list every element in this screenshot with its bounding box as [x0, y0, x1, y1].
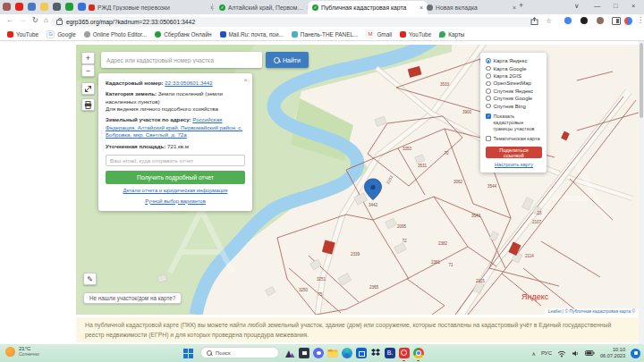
bookmark-youtube[interactable]: YouTube — [7, 31, 38, 38]
pinned-tab[interactable] — [28, 3, 36, 11]
bookmark-google[interactable]: GGoogle — [47, 30, 76, 38]
parcel-number: 72 — [402, 239, 407, 243]
tab-rzd[interactable]: РЖД Грузовые перевозки × — [84, 1, 218, 14]
zoom-in-button[interactable]: + — [81, 52, 95, 64]
minimize-icon[interactable]: — — [594, 2, 601, 10]
map-search-button[interactable]: Найти — [266, 52, 309, 68]
radio-icon[interactable] — [486, 96, 491, 101]
print-button[interactable] — [81, 98, 95, 111]
cadastral-borders-checkbox-row[interactable]: Показать кадастровые границы участков — [486, 114, 542, 132]
bookmark-sberbank[interactable]: Сбербанк Онлайн — [155, 31, 211, 38]
pinned-tab[interactable] — [65, 3, 73, 11]
profile-avatar[interactable] — [624, 17, 632, 25]
radio-icon[interactable] — [486, 73, 491, 79]
layer-option-osm[interactable]: OpenStreetMap — [486, 80, 542, 87]
bookmark-gmail[interactable]: MGmail — [366, 30, 392, 38]
radio-icon[interactable] — [486, 104, 491, 109]
start-button[interactable] — [183, 349, 193, 358]
parcel-number: 3442 — [369, 203, 378, 207]
manual-select-link[interactable]: Ручной выбор вариантов — [106, 198, 245, 206]
weather-widget[interactable]: 21°C Солнечно — [5, 346, 39, 358]
configure-map-link[interactable]: Настроить карту — [486, 162, 542, 167]
volume-icon[interactable] — [572, 349, 580, 358]
extension-icon-blue[interactable] — [564, 17, 572, 24]
cadastral-number-link[interactable]: 22:33:050601:3442 — [165, 80, 212, 86]
zoom-out-button[interactable]: − — [81, 64, 95, 77]
record-app-icon[interactable] — [399, 348, 410, 358]
layer-option-bing-sat[interactable]: Спутник Bing — [486, 102, 542, 109]
wifi-icon[interactable] — [557, 349, 566, 358]
checkbox-checked-icon[interactable] — [486, 114, 491, 119]
home-icon[interactable]: ⌂ — [44, 16, 48, 24]
pinned-tab[interactable] — [40, 3, 48, 11]
forward-icon[interactable]: → — [19, 16, 26, 24]
pinned-tabs[interactable] — [3, 3, 86, 11]
new-tab-button[interactable]: + — [519, 1, 523, 10]
bookmark-star-icon[interactable]: ☆ — [546, 17, 552, 25]
side-panel-icon[interactable] — [612, 17, 621, 25]
tab-altai[interactable]: Алтайский край, Первомайск... × — [215, 1, 315, 14]
pinned-tab[interactable] — [53, 3, 61, 11]
bookmark-mailru[interactable]: Mail.Ru: почта, пои... — [220, 31, 284, 38]
cadastral-map[interactable]: 3533335331537039003531306235443543344220… — [76, 45, 639, 315]
radio-icon[interactable] — [486, 81, 491, 87]
bookmark-panel[interactable]: Панель-THE PANEL... — [292, 31, 359, 38]
bookmark-maps[interactable]: Карты — [439, 31, 464, 38]
radio-icon[interactable] — [486, 58, 491, 63]
layer-option-google-map[interactable]: Карта Google — [486, 64, 542, 72]
report-details-link[interactable]: Детали отчета и юридическая информация — [106, 188, 245, 195]
photos-app-icon[interactable] — [299, 348, 309, 358]
menu-icon[interactable]: ⋮ — [637, 16, 644, 24]
ms-store-icon[interactable] — [356, 348, 367, 358]
layer-option-2gis-map[interactable]: Карта 2GIS — [486, 72, 542, 80]
extension-icon-brown[interactable] — [597, 17, 604, 24]
page-scrollbar[interactable] — [639, 41, 644, 344]
scrollbar-thumb[interactable] — [640, 43, 643, 118]
bookmark-photo-editor[interactable]: Online Photo Editor... — [84, 31, 147, 38]
layer-option-google-sat[interactable]: Спутник Google — [486, 95, 542, 102]
share-link-button[interactable]: Поделиться ссылкой — [486, 147, 542, 158]
card-close-icon[interactable]: × — [243, 76, 248, 86]
language-indicator[interactable]: РУС — [541, 350, 552, 356]
mountain-app-icon[interactable] — [284, 348, 295, 358]
layer-option-yandex-map[interactable]: Карта Яндекс — [486, 57, 542, 64]
window-close-icon[interactable]: × — [631, 2, 635, 10]
pinned-tab[interactable] — [3, 3, 11, 11]
get-report-button[interactable]: Получить подробный отчет — [106, 171, 245, 184]
back-icon[interactable]: ← — [6, 16, 13, 24]
tab-new-tab[interactable]: Новая вкладка × — [422, 1, 521, 14]
taskbar-clock[interactable]: 10:10 06.07.2023 — [600, 347, 625, 358]
chrome-icon[interactable] — [413, 348, 424, 358]
taskbar-search-label: Поиск — [216, 350, 231, 356]
extension-icon-dark[interactable] — [580, 17, 588, 24]
address-bar[interactable]: egrp365.org/map/?kadnum=22:33:050601:344… — [51, 17, 534, 27]
pinned-tab[interactable] — [15, 3, 23, 11]
dropbox-icon[interactable] — [370, 348, 381, 358]
b-app-icon[interactable]: B. — [385, 348, 395, 358]
not-found-tooltip[interactable]: Не нашли участок/дом на карте? — [83, 292, 182, 304]
measure-button[interactable] — [81, 82, 95, 95]
file-explorer-icon[interactable] — [327, 348, 338, 358]
reload-icon[interactable]: ↻ — [32, 16, 38, 24]
taskbar-search[interactable]: Поиск — [200, 347, 279, 358]
edge-icon[interactable] — [342, 348, 352, 358]
radio-icon[interactable] — [486, 88, 491, 94]
map-search-input[interactable] — [101, 52, 262, 68]
bookmark-youtube-2[interactable]: YouTube — [400, 31, 431, 38]
thematic-map-checkbox-row[interactable]: Тематическая карта — [486, 136, 542, 142]
notification-center-icon[interactable] — [631, 349, 640, 358]
tab-cadastral-map-active[interactable]: Публичная кадастровая карта × — [308, 1, 428, 14]
tray-chevron-icon[interactable]: ∧ — [532, 350, 536, 357]
draw-button[interactable]: ✎ — [83, 273, 97, 285]
radio-icon[interactable] — [486, 66, 491, 72]
maximize-icon[interactable]: □ — [614, 2, 618, 10]
tab-close-icon[interactable]: × — [513, 4, 516, 11]
tab-list-chevron-icon[interactable]: ∨ — [574, 2, 580, 10]
email-field[interactable] — [106, 155, 245, 166]
share-icon[interactable] — [530, 17, 538, 25]
parcel-number: 3543 — [471, 214, 481, 218]
battery-icon[interactable] — [585, 349, 595, 357]
checkbox-icon[interactable] — [486, 136, 491, 141]
layer-option-yandex-sat[interactable]: Спутник Яндекс — [486, 88, 542, 95]
chat-app-icon[interactable] — [313, 348, 324, 358]
